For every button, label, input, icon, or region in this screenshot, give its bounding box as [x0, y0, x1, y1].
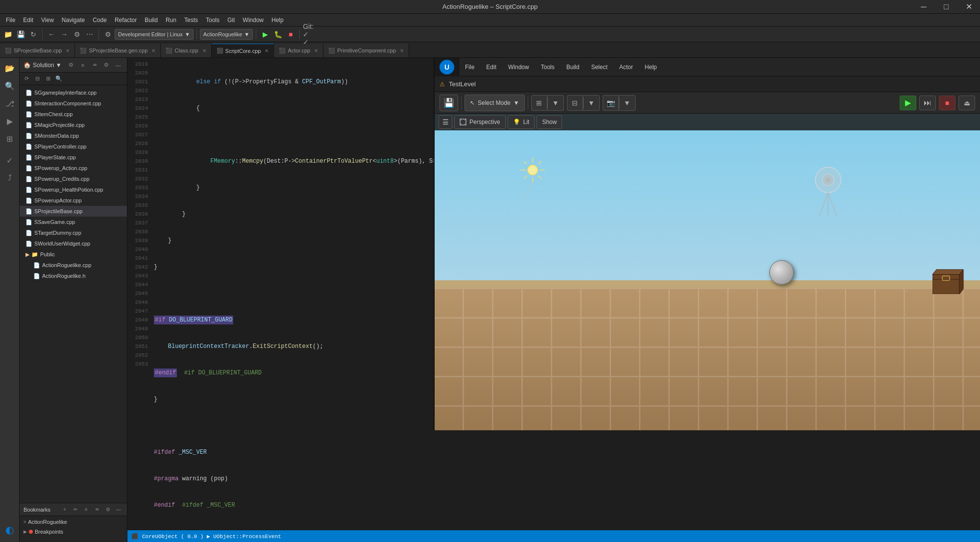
ue5-camera-button[interactable]: 📷 — [603, 96, 619, 110]
solution-search-icon[interactable]: 🔍 — [54, 74, 64, 84]
menu-view[interactable]: View — [37, 15, 58, 25]
commit-icon[interactable]: ✓ — [1, 152, 18, 169]
tree-item-spowerupaction[interactable]: 📄 SPowerup_Action.cpp — [20, 163, 127, 173]
ue5-grid-snap-button[interactable]: ⊟ — [567, 96, 583, 110]
tab-primitivecomponent-cpp[interactable]: ⬛ PrimitiveComponent.cpp ✕ — [323, 44, 409, 57]
ue5-save-button[interactable]: 💾 — [440, 95, 458, 111]
menu-code[interactable]: Code — [89, 15, 111, 25]
tree-item-actionroguelike-cpp[interactable]: 📄 ActionRoguelike.cpp — [20, 260, 127, 271]
menu-navigate[interactable]: Navigate — [58, 15, 89, 25]
menu-file[interactable]: File — [2, 15, 19, 25]
ue5-menu-select[interactable]: Select — [585, 58, 613, 76]
menu-tools[interactable]: Tools — [202, 15, 223, 25]
tree-item-actionroguelike-h[interactable]: 📄 ActionRoguelike.h — [20, 271, 127, 281]
ue5-snap-chevron-button[interactable]: ▼ — [584, 96, 599, 110]
menu-help[interactable]: Help — [268, 15, 288, 25]
solution-options-icon[interactable]: ⚙ — [101, 60, 111, 70]
ue5-menu-window[interactable]: Window — [502, 58, 535, 76]
ue5-menu-help[interactable]: Help — [639, 58, 663, 76]
tree-item-stargetdummy[interactable]: 📄 STargetDummy.cpp — [20, 227, 127, 238]
debug-button[interactable]: 🐛 — [272, 28, 284, 40]
viewport-menu-button[interactable]: ☰ — [439, 115, 452, 129]
solution-layout-icon[interactable]: ≡ — [78, 60, 88, 70]
menu-refactor[interactable]: Refactor — [111, 15, 141, 25]
tree-item-public-folder[interactable]: ▶ 📁 Public — [20, 249, 127, 260]
tree-item-sworlduserwidget[interactable]: 📄 SWorldUserWidget.cpp — [20, 238, 127, 249]
bookmark-breakpoints[interactable]: ▶ Breakpoints — [20, 527, 127, 537]
tab-scriptcore-cpp[interactable]: ⬛ ScriptCore.cpp ✕ — [212, 44, 274, 57]
ue5-step-button[interactable]: ⏭ — [919, 96, 936, 110]
bookmark-actionroguelike[interactable]: ≡ ActionRoguelike — [20, 517, 127, 527]
solution-collapse-icon[interactable]: ⊟ — [32, 74, 42, 84]
tab-sprojectilebase-cpp[interactable]: ⬛ SProjectileBase.cpp ✕ — [0, 44, 75, 57]
tree-item-smagicprojectile[interactable]: 📄 SMagicProjectile.cpp — [20, 120, 127, 130]
tab-close[interactable]: ✕ — [265, 48, 269, 53]
ue5-play-button[interactable]: ▶ — [900, 96, 916, 110]
pull-requests-icon[interactable]: ⤴ — [1, 170, 18, 186]
ue-icon[interactable]: ◐ — [1, 521, 18, 538]
bookmarks-sort-button[interactable]: ≡ — [82, 505, 91, 514]
project-dropdown[interactable]: ActionRoguelike ▼ — [200, 29, 253, 40]
ue5-menu-edit[interactable]: Edit — [480, 58, 502, 76]
solution-close-icon[interactable]: — — [113, 60, 123, 70]
tree-item-splayercontroller[interactable]: 📄 SPlayerController.cpp — [20, 141, 127, 152]
solution-settings-icon[interactable]: ⚙ — [66, 60, 76, 70]
minimize-button[interactable]: ─ — [912, 0, 935, 14]
ue5-mode-select-button[interactable]: ↖ Select Mode ▼ — [465, 95, 525, 111]
ue5-camera-chevron-button[interactable]: ▼ — [619, 96, 635, 110]
tree-item-sitemchest[interactable]: 📄 SItemChest.cpp — [20, 109, 127, 120]
tab-class-cpp[interactable]: ⬛ Class.cpp ✕ — [161, 44, 211, 57]
bookmarks-settings-button[interactable]: ⚙ — [103, 505, 112, 514]
solution-filter-icon[interactable]: ≐ — [90, 60, 99, 70]
ue5-menu-actor[interactable]: Actor — [613, 58, 639, 76]
git-icon[interactable]: ⎇ — [1, 95, 18, 112]
run-debug-icon[interactable]: ▶ — [1, 113, 18, 129]
ue5-menu-tools[interactable]: Tools — [535, 58, 561, 76]
stop-button[interactable]: ■ — [285, 28, 296, 40]
save-button[interactable]: 💾 — [15, 28, 26, 40]
run-button[interactable]: ▶ — [259, 28, 271, 40]
menu-edit[interactable]: Edit — [19, 15, 37, 25]
bookmarks-close-button[interactable]: — — [114, 505, 123, 514]
search-icon[interactable]: 🔍 — [1, 77, 18, 94]
tab-close[interactable]: ✕ — [151, 48, 155, 53]
tab-close[interactable]: ✕ — [66, 48, 70, 53]
ue5-chevron-down-button[interactable]: ▼ — [548, 96, 564, 110]
tab-close[interactable]: ✕ — [314, 48, 318, 53]
bookmarks-edit-button[interactable]: ✏ — [71, 505, 80, 514]
tab-actor-cpp[interactable]: ⬛ Actor.cpp ✕ — [274, 44, 323, 57]
menu-git[interactable]: Git — [223, 15, 239, 25]
solution-expand-icon[interactable]: ⊞ — [43, 74, 53, 84]
explorer-icon[interactable]: 📂 — [1, 60, 18, 76]
tree-item-spowercredits[interactable]: 📄 SPowerup_Credits.cpp — [20, 173, 127, 184]
tree-item-spowerupactor[interactable]: 📄 SPowerupActor.cpp — [20, 195, 127, 206]
ue5-menu-file[interactable]: File — [459, 58, 480, 76]
maximize-button[interactable]: □ — [935, 0, 957, 14]
back-button[interactable]: ← — [46, 28, 57, 40]
configuration-dropdown[interactable]: Development Editor | Linux ▼ — [115, 29, 194, 40]
ue5-eject-button[interactable]: ⏏ — [958, 96, 975, 110]
menu-tests[interactable]: Tests — [180, 15, 202, 25]
menu-build[interactable]: Build — [141, 15, 162, 25]
ue5-viewport[interactable]: ☰ Perspective 💡 Lit Show — [435, 114, 980, 430]
tree-item-sgameplayinterface[interactable]: 📄 SGgameplayInterface.cpp — [20, 87, 127, 98]
show-button[interactable]: Show — [537, 115, 562, 129]
tree-item-splayerstate[interactable]: 📄 SPlayerState.cpp — [20, 152, 127, 163]
ue5-transform-button[interactable]: ⊞ — [532, 96, 547, 110]
menu-run[interactable]: Run — [162, 15, 180, 25]
close-button[interactable]: ✕ — [957, 0, 980, 14]
refresh-button[interactable]: ↻ — [27, 28, 39, 40]
bookmarks-add-button[interactable]: + — [60, 505, 69, 514]
settings-button[interactable]: ⚙ — [71, 28, 83, 40]
perspective-button[interactable]: Perspective — [454, 115, 506, 129]
ue5-menu-build[interactable]: Build — [561, 58, 586, 76]
tab-close[interactable]: ✕ — [202, 48, 206, 53]
tree-item-sprojectilebase[interactable]: 📄 SProjectileBase.cpp — [20, 206, 127, 217]
forward-button[interactable]: → — [58, 28, 70, 40]
menu-window[interactable]: Window — [239, 15, 268, 25]
more-button[interactable]: ⋯ — [84, 28, 96, 40]
ue5-stop-button[interactable]: ■ — [939, 96, 956, 110]
solution-sync-icon[interactable]: ⟳ — [22, 74, 31, 84]
lit-button[interactable]: 💡 Lit — [508, 115, 535, 129]
bookmarks-filter-button[interactable]: ≐ — [93, 505, 101, 514]
